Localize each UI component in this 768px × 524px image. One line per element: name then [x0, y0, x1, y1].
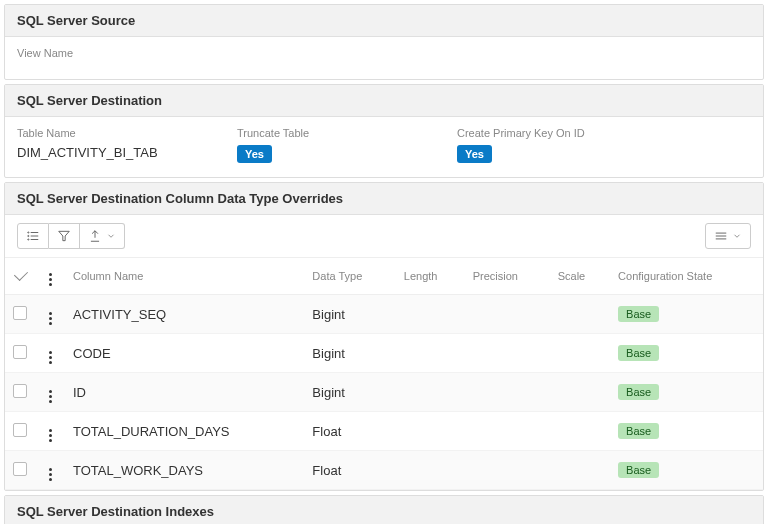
- cell-data-type: Float: [304, 451, 396, 490]
- cell-length: [396, 373, 465, 412]
- panel-destination: SQL Server Destination Table Name DIM_AC…: [4, 84, 764, 178]
- col-header-config[interactable]: Configuration State: [610, 258, 763, 295]
- header-kebab-icon[interactable]: [43, 273, 57, 286]
- filter-button[interactable]: [49, 223, 80, 249]
- svg-point-4: [28, 235, 29, 236]
- row-checkbox[interactable]: [13, 345, 27, 359]
- config-state-badge: Base: [618, 306, 659, 322]
- cell-column-name: TOTAL_DURATION_DAYS: [65, 412, 304, 451]
- row-kebab-icon[interactable]: [43, 312, 57, 325]
- table-name-label: Table Name: [17, 127, 197, 139]
- cell-scale: [550, 451, 610, 490]
- list-icon: [26, 229, 40, 243]
- row-checkbox[interactable]: [13, 306, 27, 320]
- panel-source: SQL Server Source View Name: [4, 4, 764, 80]
- cell-precision: [465, 373, 550, 412]
- view-options-button[interactable]: [705, 223, 751, 249]
- cell-precision: [465, 412, 550, 451]
- cell-column-name: ID: [65, 373, 304, 412]
- col-header-scale[interactable]: Scale: [550, 258, 610, 295]
- table-row[interactable]: IDBigintBase: [5, 373, 763, 412]
- config-state-badge: Base: [618, 423, 659, 439]
- truncate-value-badge[interactable]: Yes: [237, 145, 272, 163]
- row-kebab-icon[interactable]: [43, 429, 57, 442]
- export-button[interactable]: [80, 223, 125, 249]
- col-header-precision[interactable]: Precision: [465, 258, 550, 295]
- overrides-table: Column Name Data Type Length Precision S…: [5, 258, 763, 490]
- cell-column-name: CODE: [65, 334, 304, 373]
- svg-point-5: [28, 239, 29, 240]
- view-name-label: View Name: [17, 47, 197, 59]
- pk-value-badge[interactable]: Yes: [457, 145, 492, 163]
- list-view-button[interactable]: [17, 223, 49, 249]
- table-row[interactable]: ACTIVITY_SEQBigintBase: [5, 295, 763, 334]
- table-row[interactable]: TOTAL_DURATION_DAYSFloatBase: [5, 412, 763, 451]
- config-state-badge: Base: [618, 384, 659, 400]
- cell-data-type: Float: [304, 412, 396, 451]
- table-row[interactable]: TOTAL_WORK_DAYSFloatBase: [5, 451, 763, 490]
- cell-scale: [550, 412, 610, 451]
- row-kebab-icon[interactable]: [43, 468, 57, 481]
- col-header-length[interactable]: Length: [396, 258, 465, 295]
- row-checkbox[interactable]: [13, 384, 27, 398]
- cell-data-type: Bigint: [304, 334, 396, 373]
- cell-precision: [465, 334, 550, 373]
- export-icon: [88, 229, 102, 243]
- cell-scale: [550, 295, 610, 334]
- row-checkbox[interactable]: [13, 462, 27, 476]
- config-state-badge: Base: [618, 462, 659, 478]
- svg-point-3: [28, 232, 29, 233]
- pk-label: Create Primary Key On ID: [457, 127, 677, 139]
- panel-source-title: SQL Server Source: [5, 5, 763, 37]
- chevron-down-icon: [732, 231, 742, 241]
- row-kebab-icon[interactable]: [43, 351, 57, 364]
- svg-marker-6: [59, 231, 70, 240]
- cell-data-type: Bigint: [304, 373, 396, 412]
- cell-length: [396, 451, 465, 490]
- select-all-check-icon[interactable]: [14, 266, 28, 280]
- filter-icon: [57, 229, 71, 243]
- cell-precision: [465, 451, 550, 490]
- panel-overrides: SQL Server Destination Column Data Type …: [4, 182, 764, 491]
- table-row[interactable]: CODEBigintBase: [5, 334, 763, 373]
- col-header-datatype[interactable]: Data Type: [304, 258, 396, 295]
- row-checkbox[interactable]: [13, 423, 27, 437]
- cell-column-name: ACTIVITY_SEQ: [65, 295, 304, 334]
- cell-data-type: Bigint: [304, 295, 396, 334]
- cell-scale: [550, 373, 610, 412]
- cell-length: [396, 295, 465, 334]
- panel-indexes-title: SQL Server Destination Indexes: [5, 496, 763, 524]
- truncate-label: Truncate Table: [237, 127, 417, 139]
- cell-column-name: TOTAL_WORK_DAYS: [65, 451, 304, 490]
- chevron-down-icon: [106, 231, 116, 241]
- cell-scale: [550, 334, 610, 373]
- cell-length: [396, 412, 465, 451]
- col-header-name[interactable]: Column Name: [65, 258, 304, 295]
- config-state-badge: Base: [618, 345, 659, 361]
- panel-destination-title: SQL Server Destination: [5, 85, 763, 117]
- row-kebab-icon[interactable]: [43, 390, 57, 403]
- menu-icon: [714, 229, 728, 243]
- panel-overrides-title: SQL Server Destination Column Data Type …: [5, 183, 763, 215]
- cell-length: [396, 334, 465, 373]
- cell-precision: [465, 295, 550, 334]
- panel-indexes: SQL Server Destination Indexes Name Colu…: [4, 495, 764, 524]
- overrides-toolbar: [5, 215, 763, 258]
- table-name-value[interactable]: DIM_ACTIVITY_BI_TAB: [17, 145, 197, 160]
